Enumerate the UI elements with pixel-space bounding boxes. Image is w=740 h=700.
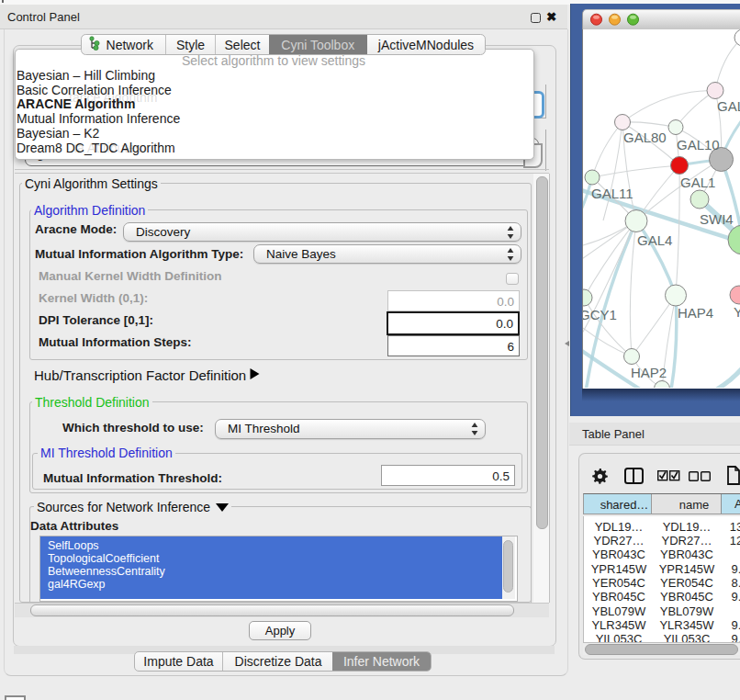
- svg-text:GAL11: GAL11: [591, 186, 633, 201]
- svg-text:GAL: GAL: [717, 98, 740, 114]
- svg-text:GAL4: GAL4: [637, 232, 672, 248]
- svg-text:HAP2: HAP2: [631, 365, 667, 380]
- svg-text:GAL10: GAL10: [677, 137, 720, 152]
- svg-text:HAP4: HAP4: [678, 305, 713, 321]
- svg-text:Y: Y: [734, 304, 740, 320]
- svg-text:GAL80: GAL80: [623, 130, 667, 145]
- svg-text:SWI4: SWI4: [700, 211, 734, 227]
- svg-text:GAL1: GAL1: [680, 175, 715, 190]
- svg-text:GCY1: GCY1: [583, 307, 617, 322]
